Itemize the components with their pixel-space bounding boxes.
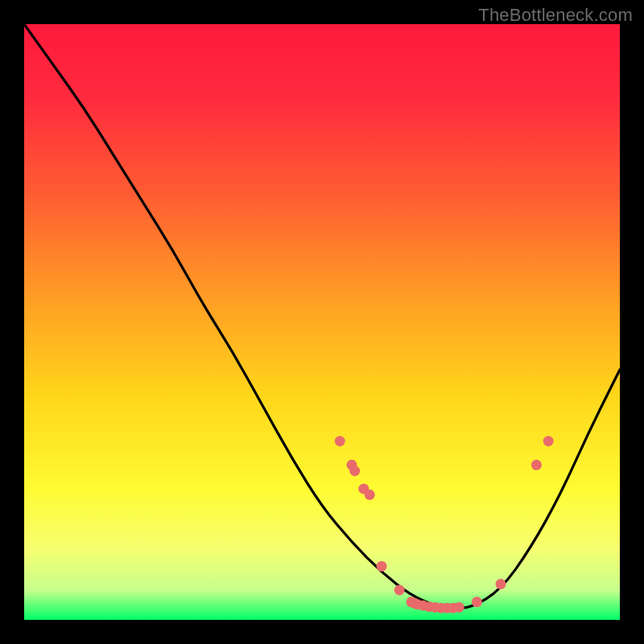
marker-point — [496, 579, 506, 589]
marker-point — [365, 489, 375, 500]
marker-point — [394, 585, 405, 596]
gradient-background — [24, 24, 620, 620]
marker-point — [543, 436, 554, 447]
marker-point — [472, 597, 482, 607]
marker-point — [349, 466, 360, 477]
marker-point — [454, 602, 464, 613]
chart-svg — [24, 24, 620, 620]
plot-frame — [24, 24, 620, 620]
watermark-text: TheBottleneck.com — [478, 5, 633, 26]
marker-point — [531, 460, 542, 470]
marker-point — [335, 436, 345, 447]
marker-point — [377, 561, 387, 572]
